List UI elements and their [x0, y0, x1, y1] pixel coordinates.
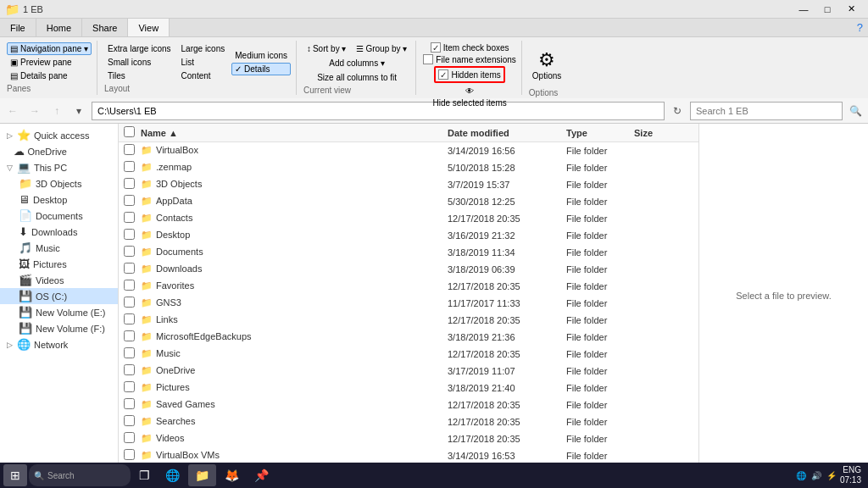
sidebar-item-quick-access[interactable]: ▷ ⭐ Quick access [0, 127, 118, 143]
table-row[interactable]: 📁OneDrive 3/17/2019 11:07 File folder [119, 363, 698, 380]
row-checkbox-1[interactable] [124, 161, 135, 172]
sidebar-item-documents[interactable]: 📄 Documents [0, 208, 118, 224]
table-row[interactable]: 📁Music 12/17/2018 20:35 File folder [119, 346, 698, 363]
search-button[interactable]: 🔍 Search [29, 464, 131, 486]
group-by-button[interactable]: ☰ Group by ▾ [353, 42, 410, 55]
table-row[interactable]: 📁Desktop 3/16/2019 21:32 File folder [119, 227, 698, 244]
row-checkbox-2[interactable] [124, 178, 135, 189]
options-button[interactable]: ⚙ Options [529, 42, 565, 86]
firefox-button[interactable]: 🦊 [218, 464, 246, 486]
sidebar-item-3d-objects[interactable]: 📁 3D Objects [0, 175, 118, 191]
sidebar-item-downloads[interactable]: ⬇ Downloads [0, 224, 118, 240]
content-button[interactable]: Content [178, 69, 229, 82]
table-row[interactable]: 📁GNS3 11/17/2017 11:33 File folder [119, 295, 698, 312]
row-checkbox-13[interactable] [124, 364, 135, 375]
medium-icons-button[interactable]: Medium icons [231, 49, 291, 62]
forward-button[interactable]: → [25, 102, 44, 120]
edge-button[interactable]: 🌐 [159, 464, 186, 486]
start-button[interactable]: ⊞ [3, 464, 27, 486]
table-row[interactable]: 📁AppData 5/30/2018 12:25 File folder [119, 193, 698, 210]
table-row[interactable]: 📁Videos 12/17/2018 20:35 File folder [119, 430, 698, 447]
row-checkbox-11[interactable] [124, 330, 135, 341]
small-icons-button[interactable]: Small icons [104, 56, 174, 69]
large-icons-button[interactable]: Large icons [178, 42, 229, 55]
tiles-button[interactable]: Tiles [104, 69, 174, 82]
sidebar-item-new-volume-e[interactable]: 💾 New Volume (E:) [0, 304, 118, 320]
file-explorer-taskbar[interactable]: 📁 [188, 464, 216, 486]
row-checkbox-6[interactable] [124, 246, 135, 257]
details-pane-button[interactable]: ▤ Details pane [7, 69, 92, 82]
add-columns-button[interactable]: Add columns ▾ [326, 57, 388, 69]
refresh-button[interactable]: ↻ [668, 102, 687, 120]
sidebar-item-videos[interactable]: 🎬 Videos [0, 272, 118, 288]
sort-by-button[interactable]: ↕ Sort by ▾ [303, 42, 349, 55]
table-row[interactable]: 📁Searches 12/17/2018 20:35 File folder [119, 413, 698, 430]
table-row[interactable]: 📁3D Objects 3/7/2019 15:37 File folder [119, 176, 698, 193]
table-row[interactable]: 📁Documents 3/18/2019 11:34 File folder [119, 244, 698, 261]
tab-home[interactable]: Home [36, 19, 82, 36]
item-check-boxes-toggle[interactable]: ✓ Item check boxes [431, 42, 509, 53]
row-checkbox-10[interactable] [124, 313, 135, 324]
table-row[interactable]: 📁Favorites 12/17/2018 20:35 File folder [119, 278, 698, 295]
tray-time[interactable]: 07:13 [840, 475, 861, 485]
minimize-button[interactable]: — [792, 0, 815, 19]
row-checkbox-18[interactable] [124, 449, 135, 460]
tab-view[interactable]: View [128, 19, 170, 36]
file-name-extensions-toggle[interactable]: File name extensions [423, 54, 516, 64]
table-row[interactable]: 📁Saved Games 12/17/2018 20:35 File folde… [119, 396, 698, 413]
row-checkbox-4[interactable] [124, 212, 135, 223]
app-button[interactable]: 📌 [248, 464, 275, 486]
row-checkbox-7[interactable] [124, 263, 135, 274]
table-row[interactable]: 📁Contacts 12/17/2018 20:35 File folder [119, 210, 698, 227]
back-button[interactable]: ← [3, 102, 22, 120]
hide-selected-button[interactable]: 👁 Hide selected items [429, 85, 509, 109]
sidebar-item-new-volume-f[interactable]: 💾 New Volume (F:) [0, 320, 118, 336]
maximize-button[interactable]: □ [815, 0, 839, 19]
sidebar-item-this-pc[interactable]: ▽ 💻 This PC [0, 159, 118, 175]
close-button[interactable]: ✕ [839, 0, 863, 19]
select-all-checkbox[interactable] [124, 126, 135, 137]
sidebar-item-network[interactable]: ▷ 🌐 Network [0, 336, 118, 352]
row-checkbox-17[interactable] [124, 432, 135, 443]
row-checkbox-5[interactable] [124, 229, 135, 240]
sidebar-item-onedrive[interactable]: ☁ OneDrive [0, 143, 118, 159]
details-button[interactable]: ✓ Details [231, 63, 291, 75]
tray-language[interactable]: ENG [843, 465, 861, 475]
row-checkbox-9[interactable] [124, 297, 135, 308]
sidebar-item-os-c[interactable]: 💾 OS (C:) [0, 288, 118, 304]
hidden-items-toggle[interactable]: ✓ Hidden items [434, 66, 504, 83]
preview-pane-button[interactable]: ▣ Preview pane [7, 56, 92, 69]
sidebar-item-desktop[interactable]: 🖥 Desktop [0, 191, 118, 208]
recent-locations-button[interactable]: ▾ [70, 102, 88, 120]
table-row[interactable]: 📁Pictures 3/18/2019 21:40 File folder [119, 380, 698, 396]
table-row[interactable]: 📁.zenmap 5/10/2018 15:28 File folder [119, 159, 698, 176]
tab-share[interactable]: Share [82, 19, 128, 36]
size-all-columns-button[interactable]: Size all columns to fit [314, 71, 400, 84]
size-column-header[interactable]: Size [634, 128, 693, 138]
row-checkbox-14[interactable] [124, 381, 135, 392]
table-row[interactable]: 📁Downloads 3/18/2019 06:39 File folder [119, 261, 698, 278]
sidebar-item-pictures[interactable]: 🖼 Pictures [0, 256, 118, 272]
task-view-button[interactable]: ❐ [132, 464, 157, 486]
tray-network-icon[interactable]: 🌐 [796, 471, 806, 480]
navigation-pane-button[interactable]: ▤ Navigation pane ▾ [7, 42, 92, 55]
list-button[interactable]: List [178, 56, 229, 69]
table-row[interactable]: 📁VirtualBox 3/14/2019 16:56 File folder [119, 142, 698, 159]
address-input[interactable] [92, 102, 665, 120]
name-column-header[interactable]: Name ▲ [141, 128, 448, 138]
row-checkbox-3[interactable] [124, 195, 135, 206]
row-checkbox-8[interactable] [124, 280, 135, 291]
search-input[interactable] [690, 102, 843, 120]
row-checkbox-16[interactable] [124, 415, 135, 426]
table-row[interactable]: 📁Links 12/17/2018 20:35 File folder [119, 312, 698, 329]
extra-large-icons-button[interactable]: Extra large icons [104, 42, 174, 55]
sidebar-item-music[interactable]: 🎵 Music [0, 240, 118, 256]
date-column-header[interactable]: Date modified [448, 128, 566, 138]
tray-sound-icon[interactable]: 🔊 [811, 471, 821, 480]
tab-file[interactable]: File [0, 19, 36, 36]
row-checkbox-0[interactable] [124, 144, 135, 155]
row-checkbox-15[interactable] [124, 398, 135, 409]
row-checkbox-12[interactable] [124, 347, 135, 358]
search-button[interactable]: 🔍 [846, 102, 865, 120]
type-column-header[interactable]: Type [566, 128, 634, 138]
